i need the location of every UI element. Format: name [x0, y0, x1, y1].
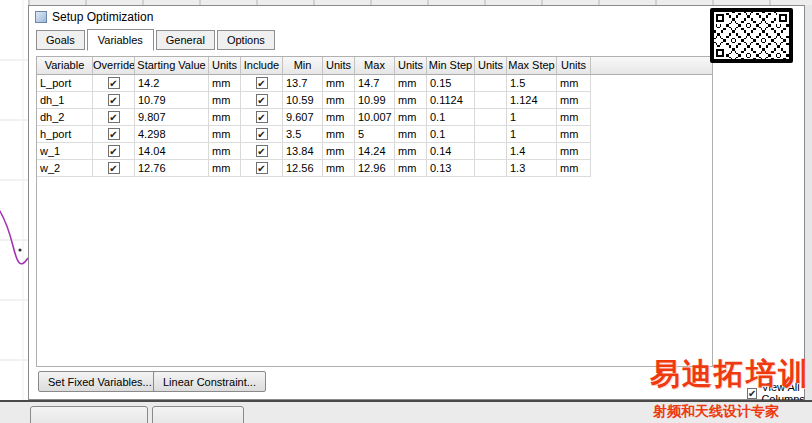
min_step-cell[interactable]: 0.1 [427, 126, 475, 143]
max_step-cell[interactable]: 1 [507, 126, 557, 143]
min_units-cell[interactable]: mm [323, 126, 355, 143]
override-checkbox[interactable]: ✔ [108, 94, 120, 106]
max_units-cell[interactable]: mm [395, 143, 427, 160]
min_step_units-cell[interactable] [475, 109, 507, 126]
variable-cell[interactable]: dh_2 [37, 109, 93, 126]
column-header[interactable]: Min [283, 57, 323, 75]
include-checkbox-cell[interactable]: ✔ [241, 92, 283, 109]
starting_value-cell[interactable]: 4.298 [135, 126, 209, 143]
max_units-cell[interactable]: mm [395, 92, 427, 109]
tab-options[interactable]: Options [217, 30, 275, 50]
set-fixed-variables-button[interactable]: Set Fixed Variables... [38, 371, 162, 392]
min_step-cell[interactable]: 0.15 [427, 75, 475, 92]
min_step_units-cell[interactable] [475, 92, 507, 109]
include-checkbox[interactable]: ✔ [256, 128, 268, 140]
starting_value-cell[interactable]: 12.76 [135, 160, 209, 177]
max_step_units-cell[interactable]: mm [557, 109, 591, 126]
table-row[interactable]: L_port✔14.2mm✔13.7mm14.7mm0.151.5mm [37, 75, 712, 92]
units-cell[interactable]: mm [209, 143, 241, 160]
units-cell[interactable]: mm [209, 75, 241, 92]
tab-variables[interactable]: Variables [87, 29, 154, 51]
table-row[interactable]: w_1✔14.04mm✔13.84mm14.24mm0.141.4mm [37, 143, 712, 160]
max_step-cell[interactable]: 1.4 [507, 143, 557, 160]
variable-cell[interactable]: w_2 [37, 160, 93, 177]
tab-general[interactable]: General [156, 30, 215, 50]
max_step_units-cell[interactable]: mm [557, 75, 591, 92]
max_step_units-cell[interactable]: mm [557, 92, 591, 109]
min_step_units-cell[interactable] [475, 126, 507, 143]
column-header[interactable]: Variable [37, 57, 93, 75]
column-header[interactable]: Units [323, 57, 355, 75]
tab-goals[interactable]: Goals [36, 30, 85, 50]
max_step_units-cell[interactable]: mm [557, 160, 591, 177]
max-cell[interactable]: 12.96 [355, 160, 395, 177]
min_step_units-cell[interactable] [475, 143, 507, 160]
override-checkbox[interactable]: ✔ [108, 128, 120, 140]
starting_value-cell[interactable]: 10.79 [135, 92, 209, 109]
column-header[interactable]: Override [93, 57, 135, 75]
min_units-cell[interactable]: mm [323, 109, 355, 126]
include-checkbox-cell[interactable]: ✔ [241, 126, 283, 143]
units-cell[interactable]: mm [209, 126, 241, 143]
max_units-cell[interactable]: mm [395, 75, 427, 92]
min-cell[interactable]: 13.7 [283, 75, 323, 92]
max_step_units-cell[interactable]: mm [557, 126, 591, 143]
max_step_units-cell[interactable]: mm [557, 143, 591, 160]
min_step-cell[interactable]: 0.13 [427, 160, 475, 177]
column-header[interactable]: Max Step [507, 57, 557, 75]
min_units-cell[interactable]: mm [323, 92, 355, 109]
override-checkbox-cell[interactable]: ✔ [93, 92, 135, 109]
override-checkbox[interactable]: ✔ [108, 145, 120, 157]
min-cell[interactable]: 10.59 [283, 92, 323, 109]
starting_value-cell[interactable]: 9.807 [135, 109, 209, 126]
max-cell[interactable]: 10.007 [355, 109, 395, 126]
max_units-cell[interactable]: mm [395, 160, 427, 177]
column-header[interactable]: Min Step [427, 57, 475, 75]
include-checkbox[interactable]: ✔ [256, 145, 268, 157]
variable-cell[interactable]: dh_1 [37, 92, 93, 109]
min_step_units-cell[interactable] [475, 75, 507, 92]
starting_value-cell[interactable]: 14.04 [135, 143, 209, 160]
column-header[interactable]: Max [355, 57, 395, 75]
units-cell[interactable]: mm [209, 109, 241, 126]
override-checkbox-cell[interactable]: ✔ [93, 109, 135, 126]
column-header[interactable]: Starting Value [135, 57, 209, 75]
table-row[interactable]: dh_2✔9.807mm✔9.607mm10.007mm0.11mm [37, 109, 712, 126]
linear-constraint-button[interactable]: Linear Constraint... [153, 371, 266, 392]
variable-cell[interactable]: h_port [37, 126, 93, 143]
override-checkbox-cell[interactable]: ✔ [93, 143, 135, 160]
table-row[interactable]: h_port✔4.298mm✔3.5mm5mm0.11mm [37, 126, 712, 143]
include-checkbox-cell[interactable]: ✔ [241, 143, 283, 160]
column-header[interactable]: Units [209, 57, 241, 75]
units-cell[interactable]: mm [209, 92, 241, 109]
override-checkbox-cell[interactable]: ✔ [93, 160, 135, 177]
min_units-cell[interactable]: mm [323, 143, 355, 160]
include-checkbox[interactable]: ✔ [256, 162, 268, 174]
max_units-cell[interactable]: mm [395, 126, 427, 143]
column-header[interactable]: Include [241, 57, 283, 75]
include-checkbox[interactable]: ✔ [256, 94, 268, 106]
override-checkbox-cell[interactable]: ✔ [93, 126, 135, 143]
variables-table[interactable]: VariableOverrideStarting ValueUnitsInclu… [36, 56, 713, 367]
column-header[interactable]: Units [557, 57, 591, 75]
table-row[interactable]: dh_1✔10.79mm✔10.59mm10.99mm0.11241.124mm [37, 92, 712, 109]
max-cell[interactable]: 14.7 [355, 75, 395, 92]
include-checkbox-cell[interactable]: ✔ [241, 109, 283, 126]
min_step-cell[interactable]: 0.1124 [427, 92, 475, 109]
variable-cell[interactable]: w_1 [37, 143, 93, 160]
max_step-cell[interactable]: 1.3 [507, 160, 557, 177]
max-cell[interactable]: 14.24 [355, 143, 395, 160]
min-cell[interactable]: 9.607 [283, 109, 323, 126]
include-checkbox[interactable]: ✔ [256, 77, 268, 89]
min-cell[interactable]: 12.56 [283, 160, 323, 177]
override-checkbox[interactable]: ✔ [108, 111, 120, 123]
starting_value-cell[interactable]: 14.2 [135, 75, 209, 92]
dialog-titlebar[interactable]: Setup Optimization [29, 6, 804, 28]
min-cell[interactable]: 13.84 [283, 143, 323, 160]
max_step-cell[interactable]: 1.124 [507, 92, 557, 109]
column-header[interactable]: Units [395, 57, 427, 75]
max_step-cell[interactable]: 1.5 [507, 75, 557, 92]
include-checkbox-cell[interactable]: ✔ [241, 75, 283, 92]
max-cell[interactable]: 10.99 [355, 92, 395, 109]
min_step-cell[interactable]: 0.14 [427, 143, 475, 160]
